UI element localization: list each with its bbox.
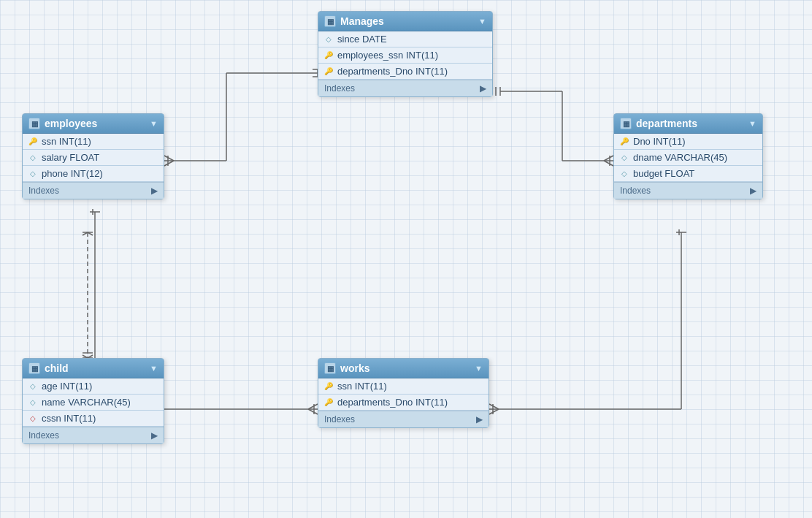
- employees-indexes[interactable]: Indexes ▶: [23, 182, 164, 199]
- child-table: ▦ child ▼ ◇ age INT(11) ◇ name VARCHAR(4…: [22, 358, 164, 444]
- child-field-name-text: name VARCHAR(45): [42, 397, 131, 408]
- employees-header[interactable]: ▦ employees ▼: [23, 114, 164, 134]
- employees-field-salary-text: salary FLOAT: [42, 152, 99, 163]
- manages-table-icon: ▦: [324, 15, 336, 27]
- employees-table-icon: ▦: [28, 118, 40, 129]
- child-field-age-text: age INT(11): [42, 381, 92, 392]
- child-dropdown[interactable]: ▼: [150, 364, 158, 373]
- works-table-icon: ▦: [324, 362, 336, 374]
- key-icon: 🔑: [324, 67, 333, 76]
- works-header[interactable]: ▦ works ▼: [318, 359, 489, 378]
- works-field-ssn: 🔑 ssn INT(11): [318, 378, 489, 395]
- svg-line-29: [308, 404, 318, 409]
- departments-header[interactable]: ▦ departments ▼: [614, 114, 762, 134]
- departments-field-dno-text: Dno INT(11): [633, 136, 686, 147]
- diamond-red-icon: ◇: [28, 414, 37, 423]
- manages-field-empssn: 🔑 employees_ssn INT(11): [318, 47, 492, 64]
- works-title: works: [340, 362, 470, 374]
- departments-field-dname-text: dname VARCHAR(45): [633, 152, 727, 163]
- child-field-name: ◇ name VARCHAR(45): [23, 395, 164, 411]
- svg-line-3: [164, 156, 174, 161]
- diamond-icon: ◇: [620, 170, 629, 178]
- child-title: child: [45, 362, 145, 374]
- svg-line-20: [88, 232, 93, 235]
- manages-indexes[interactable]: Indexes ▶: [318, 80, 492, 96]
- diamond-icon: ◇: [28, 382, 37, 391]
- manages-field-deptdno-text: departments_Dno INT(11): [337, 66, 448, 77]
- departments-field-budget-text: budget FLOAT: [633, 168, 694, 179]
- employees-indexes-label: Indexes: [28, 186, 59, 196]
- works-indexes[interactable]: Indexes ▶: [318, 411, 489, 427]
- child-indexes-label: Indexes: [28, 430, 59, 441]
- manages-field-empssn-text: employees_ssn INT(11): [337, 50, 438, 61]
- departments-field-dname: ◇ dname VARCHAR(45): [614, 150, 762, 166]
- employees-title: employees: [45, 118, 145, 129]
- svg-line-14: [604, 156, 613, 161]
- key-icon: 🔑: [620, 137, 629, 146]
- manages-field-since-text: since DATE: [337, 34, 387, 45]
- departments-table-icon: ▦: [620, 118, 632, 129]
- diamond-icon: ◇: [324, 35, 333, 44]
- svg-line-36: [489, 404, 499, 409]
- employees-field-phone-text: phone INT(12): [42, 168, 103, 179]
- employees-field-ssn-text: ssn INT(11): [42, 136, 91, 147]
- child-field-age: ◇ age INT(11): [23, 378, 164, 395]
- works-table: ▦ works ▼ 🔑 ssn INT(11) 🔑 departments_Dn…: [318, 358, 489, 428]
- departments-indexes-label: Indexes: [620, 186, 651, 196]
- employees-field-ssn: 🔑 ssn INT(11): [23, 134, 164, 150]
- employees-field-phone: ◇ phone INT(12): [23, 166, 164, 182]
- child-field-cssn: ◇ cssn INT(11): [23, 411, 164, 427]
- departments-indexes[interactable]: Indexes ▶: [614, 182, 762, 199]
- diamond-icon: ◇: [620, 153, 629, 162]
- svg-line-30: [308, 409, 318, 414]
- works-indexes-label: Indexes: [324, 414, 355, 424]
- works-field-deptdno-text: departments_Dno INT(11): [337, 397, 448, 408]
- svg-line-19: [83, 232, 88, 235]
- child-header[interactable]: ▦ child ▼: [23, 359, 164, 378]
- diamond-icon: ◇: [28, 170, 37, 178]
- key-icon: 🔑: [324, 51, 333, 60]
- manages-header[interactable]: ▦ Manages ▼: [318, 12, 492, 31]
- key-icon: 🔑: [28, 137, 37, 146]
- child-field-cssn-text: cssn INT(11): [42, 413, 96, 424]
- manages-dropdown[interactable]: ▼: [478, 17, 486, 26]
- works-indexes-arrow[interactable]: ▶: [476, 414, 483, 424]
- diamond-icon: ◇: [28, 153, 37, 162]
- key-icon: 🔑: [324, 398, 333, 407]
- departments-field-dno: 🔑 Dno INT(11): [614, 134, 762, 150]
- manages-field-deptdno: 🔑 departments_Dno INT(11): [318, 64, 492, 80]
- departments-title: departments: [636, 118, 744, 129]
- manages-title: Manages: [340, 15, 474, 27]
- child-table-icon: ▦: [28, 362, 40, 374]
- departments-table: ▦ departments ▼ 🔑 Dno INT(11) ◇ dname VA…: [613, 113, 763, 199]
- manages-table: ▦ Manages ▼ ◇ since DATE 🔑 employees_ssn…: [318, 11, 493, 97]
- child-indexes[interactable]: Indexes ▶: [23, 427, 164, 443]
- svg-line-15: [604, 161, 613, 166]
- departments-dropdown[interactable]: ▼: [748, 119, 757, 128]
- departments-indexes-arrow[interactable]: ▶: [750, 186, 757, 196]
- works-field-ssn-text: ssn INT(11): [337, 381, 387, 392]
- employees-indexes-arrow[interactable]: ▶: [151, 186, 158, 196]
- manages-indexes-label: Indexes: [324, 83, 355, 94]
- employees-table: ▦ employees ▼ 🔑 ssn INT(11) ◇ salary FLO…: [22, 113, 164, 199]
- works-dropdown[interactable]: ▼: [475, 364, 483, 373]
- departments-field-budget: ◇ budget FLOAT: [614, 166, 762, 182]
- svg-line-37: [489, 409, 499, 414]
- diamond-icon: ◇: [28, 398, 37, 407]
- manages-field-since: ◇ since DATE: [318, 31, 492, 47]
- works-field-deptdno: 🔑 departments_Dno INT(11): [318, 395, 489, 411]
- manages-indexes-arrow[interactable]: ▶: [480, 83, 486, 94]
- employees-field-salary: ◇ salary FLOAT: [23, 150, 164, 166]
- child-indexes-arrow[interactable]: ▶: [151, 430, 158, 441]
- svg-line-4: [164, 161, 174, 166]
- key-icon: 🔑: [324, 382, 333, 391]
- employees-dropdown[interactable]: ▼: [150, 119, 158, 128]
